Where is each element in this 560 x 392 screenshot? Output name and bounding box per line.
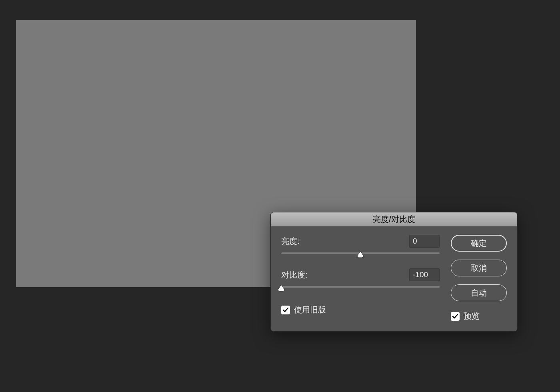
contrast-group: 对比度: bbox=[281, 268, 440, 292]
preview-checkbox-row[interactable]: 预览 bbox=[451, 311, 507, 322]
contrast-thumb[interactable] bbox=[277, 284, 285, 292]
dialog-title: 亮度/对比度 bbox=[373, 214, 415, 225]
dialog-body: 亮度: 对比度: bbox=[271, 227, 517, 331]
check-icon bbox=[452, 313, 458, 320]
cancel-button[interactable]: 取消 bbox=[451, 260, 507, 276]
contrast-label: 对比度: bbox=[281, 270, 308, 280]
dialog-titlebar[interactable]: 亮度/对比度 bbox=[271, 212, 517, 227]
brightness-input[interactable] bbox=[409, 235, 440, 248]
brightness-contrast-dialog: 亮度/对比度 亮度: 对比度: bbox=[270, 212, 518, 332]
legacy-checkbox[interactable] bbox=[281, 306, 290, 314]
contrast-slider[interactable] bbox=[281, 284, 440, 292]
controls-column: 亮度: 对比度: bbox=[281, 235, 440, 322]
brightness-thumb[interactable] bbox=[356, 251, 364, 258]
auto-button[interactable]: 自动 bbox=[451, 284, 507, 301]
buttons-column: 确定 取消 自动 预览 bbox=[451, 235, 507, 322]
ok-button[interactable]: 确定 bbox=[451, 235, 507, 252]
preview-label: 预览 bbox=[464, 311, 480, 322]
cancel-button-label: 取消 bbox=[471, 263, 487, 274]
brightness-label: 亮度: bbox=[281, 236, 300, 247]
brightness-slider[interactable] bbox=[281, 251, 440, 259]
contrast-input[interactable] bbox=[409, 268, 440, 281]
check-icon bbox=[282, 307, 289, 313]
ok-button-label: 确定 bbox=[471, 238, 487, 249]
preview-checkbox[interactable] bbox=[451, 312, 460, 321]
contrast-track bbox=[281, 286, 440, 288]
auto-button-label: 自动 bbox=[471, 288, 487, 298]
legacy-label: 使用旧版 bbox=[294, 304, 326, 315]
brightness-group: 亮度: bbox=[281, 235, 440, 259]
legacy-checkbox-row[interactable]: 使用旧版 bbox=[281, 304, 440, 315]
